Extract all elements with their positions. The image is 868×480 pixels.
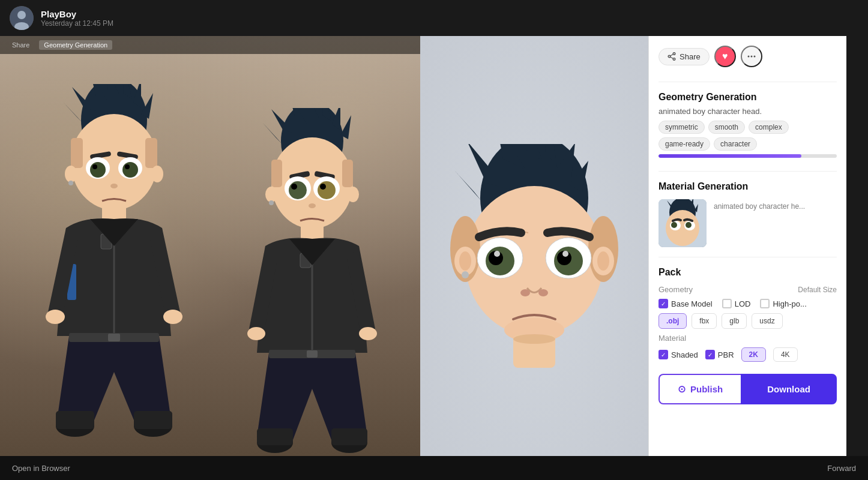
publish-button[interactable]: ⊙ Publish xyxy=(659,374,741,404)
svg-point-89 xyxy=(494,251,500,257)
format-glb[interactable]: glb xyxy=(722,313,747,329)
character-scene xyxy=(0,36,420,456)
svg-point-18 xyxy=(90,162,106,178)
app-info: PlayBoy Yesterday at 12:45 PM xyxy=(41,9,113,28)
svg-line-104 xyxy=(671,54,674,56)
svg-rect-70 xyxy=(257,428,293,445)
model-options-row: Base Model LOD High-po... xyxy=(659,299,837,308)
svg-point-60 xyxy=(269,200,274,205)
format-obj[interactable]: .obj xyxy=(659,313,687,329)
material-prompt-text: animated boy character he... xyxy=(714,202,805,212)
res-4k[interactable]: 4K xyxy=(773,347,798,362)
material-preview: animated boy character he... xyxy=(659,199,837,247)
svg-point-92 xyxy=(538,289,548,296)
viewport-panel[interactable] xyxy=(420,36,648,480)
timestamp: Yesterday at 12:45 PM xyxy=(41,19,113,28)
avatar xyxy=(10,6,34,30)
svg-rect-67 xyxy=(307,350,318,358)
svg-rect-47 xyxy=(271,160,282,187)
svg-rect-13 xyxy=(145,138,157,168)
high-poly-option[interactable]: High-po... xyxy=(760,299,806,308)
svg-marker-79 xyxy=(455,171,481,201)
svg-point-11 xyxy=(71,114,157,210)
svg-point-24 xyxy=(151,166,163,182)
shaded-checkbox[interactable] xyxy=(659,350,668,359)
lod-checkbox[interactable] xyxy=(722,299,732,308)
pbr-checkbox[interactable] xyxy=(705,350,715,359)
svg-point-97 xyxy=(597,251,609,271)
pack-title: Pack xyxy=(659,267,837,278)
forward-text[interactable]: Forward xyxy=(827,464,856,473)
svg-point-54 xyxy=(318,181,336,199)
open-in-browser[interactable]: Open in Browser xyxy=(12,464,70,473)
svg-point-1 xyxy=(17,11,26,19)
lod-label: LOD xyxy=(735,299,751,308)
svg-point-21 xyxy=(125,164,130,169)
download-button[interactable]: Download xyxy=(741,374,837,404)
character-right xyxy=(240,108,384,456)
heart-icon: ♥ xyxy=(722,51,728,62)
tag-smooth: smooth xyxy=(708,121,745,134)
res-2k[interactable]: 2K xyxy=(741,347,766,362)
material-thumbnail xyxy=(659,199,707,247)
svg-rect-48 xyxy=(342,160,353,187)
mini-tab-bar: Share Geometry Generation xyxy=(0,36,420,54)
base-model-label: Base Model xyxy=(671,299,713,308)
shaded-option[interactable]: Shaded xyxy=(659,350,698,359)
pbr-label: PBR xyxy=(718,350,734,359)
svg-marker-45 xyxy=(263,123,282,144)
tag-game-ready: game-ready xyxy=(659,137,710,151)
geometry-label: Geometry xyxy=(659,285,693,294)
svg-point-91 xyxy=(520,289,530,296)
high-poly-label: High-po... xyxy=(773,299,806,308)
tags-row: symmetric smooth complex game-ready char… xyxy=(659,121,837,151)
pbr-option[interactable]: PBR xyxy=(705,350,734,359)
svg-point-53 xyxy=(289,181,307,199)
character-left xyxy=(36,84,192,456)
svg-point-23 xyxy=(65,166,77,182)
svg-point-101 xyxy=(673,53,675,55)
base-model-option[interactable]: Base Model xyxy=(659,299,713,308)
geometry-prompt: animated boy character head. xyxy=(659,106,837,117)
format-usdz[interactable]: usdz xyxy=(752,313,782,329)
lod-option[interactable]: LOD xyxy=(722,299,751,308)
svg-point-57 xyxy=(309,203,316,208)
more-icon xyxy=(747,52,756,61)
3d-head-preview xyxy=(438,144,630,372)
svg-point-59 xyxy=(347,187,359,202)
app-title: PlayBoy xyxy=(41,9,113,19)
format-fbx[interactable]: fbx xyxy=(692,313,717,329)
progress-bar-fill xyxy=(659,154,801,158)
svg-rect-12 xyxy=(71,138,83,168)
format-row: .obj fbx glb usdz xyxy=(659,313,837,329)
heart-button[interactable]: ♥ xyxy=(714,46,736,67)
tab-share[interactable]: Share xyxy=(7,40,34,50)
svg-point-22 xyxy=(110,184,118,188)
download-label: Download xyxy=(767,384,810,394)
tab-geometry[interactable]: Geometry Generation xyxy=(39,40,112,50)
svg-rect-71 xyxy=(331,428,367,445)
svg-point-56 xyxy=(320,184,326,190)
svg-marker-44 xyxy=(340,115,351,139)
svg-point-90 xyxy=(562,251,568,257)
bottom-bar: Open in Browser Forward xyxy=(0,456,868,480)
side-panel: Share ♥ Geometry Generation animated boy… xyxy=(648,36,846,480)
svg-point-119 xyxy=(671,222,677,228)
svg-point-102 xyxy=(668,55,671,58)
svg-point-106 xyxy=(750,56,752,58)
progress-bar-container xyxy=(659,154,837,158)
main-area: Share Geometry Generation xyxy=(0,36,868,480)
high-poly-checkbox[interactable] xyxy=(760,299,770,308)
svg-point-25 xyxy=(68,181,73,185)
svg-point-107 xyxy=(753,56,755,58)
svg-point-58 xyxy=(265,187,277,202)
publish-icon: ⊙ xyxy=(678,383,686,395)
svg-point-65 xyxy=(359,327,377,340)
share-button[interactable]: Share xyxy=(659,48,710,65)
base-model-checkbox[interactable] xyxy=(659,299,668,308)
svg-rect-37 xyxy=(108,334,120,341)
more-button[interactable] xyxy=(741,46,762,67)
svg-point-55 xyxy=(291,184,297,190)
pack-section: Pack Geometry Default Size Base Model LO… xyxy=(659,267,837,362)
panel-header: Share ♥ xyxy=(659,46,837,72)
